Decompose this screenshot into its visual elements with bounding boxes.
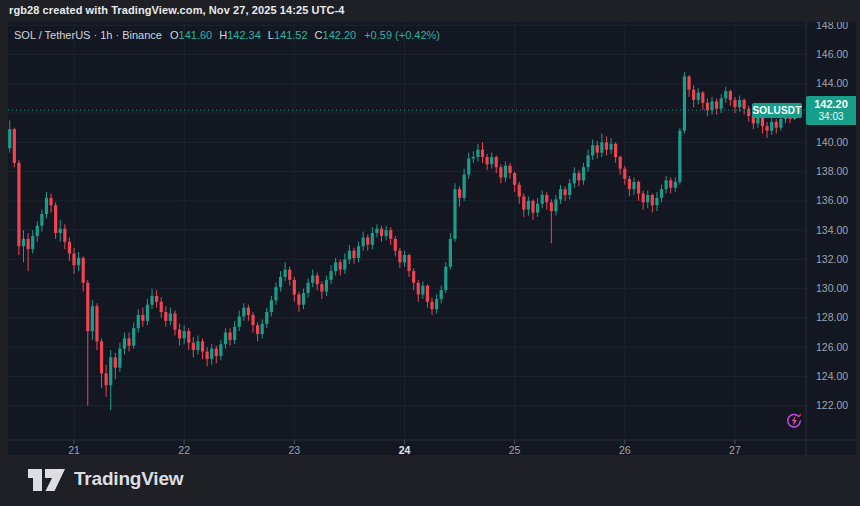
candle-body (651, 195, 654, 205)
ohlc-item: L141.52 (268, 29, 308, 41)
candlestick-chart[interactable] (8, 22, 856, 455)
time-axis-label: 24 (389, 444, 419, 455)
candle-body (59, 229, 62, 233)
candle-body (458, 189, 461, 198)
candle-body (472, 157, 475, 158)
price-axis-label: 128.00 (816, 311, 856, 324)
candle-body (724, 91, 727, 98)
candle-body (343, 259, 346, 269)
candle-body (490, 157, 493, 164)
price-axis-label: 134.00 (816, 224, 856, 237)
candle-body (687, 77, 690, 90)
candle-body (339, 262, 342, 269)
candle-body (105, 373, 108, 385)
candle-body (770, 122, 773, 131)
candle-body (265, 312, 268, 324)
candle-body (36, 226, 39, 236)
candle-body (146, 305, 149, 321)
candle-body (118, 349, 121, 368)
candle-body (743, 100, 746, 109)
candle-body (586, 156, 589, 168)
candle-body (481, 150, 484, 157)
candle-body (701, 93, 704, 103)
candle-body (210, 349, 213, 359)
symbol-price-flag[interactable]: SOLUSDT (752, 103, 802, 118)
candle-body (49, 198, 52, 205)
candle-body (541, 195, 544, 204)
candle-body (261, 324, 264, 334)
candle-body (637, 182, 640, 194)
candle-body (362, 237, 365, 246)
current-price-label: 142.20 34:03 (806, 96, 856, 125)
candle-body (761, 117, 764, 126)
candle-body (453, 189, 456, 239)
candle-body (316, 275, 319, 284)
candle-body (270, 300, 273, 312)
candle-body (398, 251, 401, 263)
candle-body (45, 198, 48, 214)
candle-body (577, 173, 580, 180)
candle-body (302, 293, 305, 305)
time-axis-label: 22 (169, 444, 199, 455)
candle-body (251, 315, 254, 325)
candle-body (449, 239, 452, 267)
candle-body (27, 239, 30, 249)
candle-body (421, 286, 424, 295)
attribution-text: rgb28 created with TradingView.com, Nov … (9, 4, 345, 19)
candle-body (178, 330, 181, 339)
candle-body (720, 98, 723, 108)
candle-body (114, 357, 117, 367)
candle-body (306, 283, 309, 293)
candle-body (513, 173, 516, 185)
candle-body (518, 185, 521, 197)
candle-body (729, 91, 732, 100)
chart-panel[interactable]: SOL / TetherUS · 1h · Binance O141.60H14… (8, 22, 856, 455)
candle-body (247, 308, 250, 315)
candle-body (348, 251, 351, 260)
tradingview-watermark[interactable]: TradingView (28, 464, 183, 494)
candle-body (183, 331, 186, 338)
candle-body (706, 103, 709, 110)
candle-body (559, 189, 562, 199)
candle-body (779, 119, 782, 128)
candle-body (72, 254, 75, 266)
candle-body (646, 195, 649, 202)
candle-body (164, 312, 167, 321)
candle-body (141, 315, 144, 321)
candle-body (238, 316, 241, 326)
price-axis-label: 130.00 (816, 282, 856, 295)
candle-body (86, 283, 89, 331)
candle-body (660, 189, 663, 198)
current-price-value: 142.20 (806, 98, 856, 111)
price-axis-label: 126.00 (816, 341, 856, 354)
candle-body (297, 294, 300, 304)
candle-body (13, 129, 16, 163)
candle-body (219, 344, 222, 356)
candle-body (284, 270, 287, 277)
candle-body (54, 205, 57, 233)
candle-body (155, 296, 158, 302)
candle-body (545, 195, 548, 202)
candle-body (573, 173, 576, 183)
candle-body (531, 201, 534, 213)
candle-body (91, 306, 94, 331)
candle-body (430, 302, 433, 309)
candle-body (279, 277, 282, 287)
candle-body (582, 167, 585, 180)
price-axis-label: 140.00 (816, 136, 856, 149)
candle-body (320, 284, 323, 291)
candle-body (738, 100, 741, 107)
candle-body (389, 230, 392, 239)
ohlc-item: C142.20 (315, 29, 357, 41)
candle-body (132, 328, 135, 346)
candle-body (403, 255, 406, 262)
candle-body (31, 236, 34, 249)
boost-icon[interactable] (785, 412, 803, 430)
candle-body (554, 199, 557, 211)
candle-body (137, 315, 140, 328)
candle-body (40, 214, 43, 226)
candle-body (385, 230, 388, 236)
price-axis-label: 136.00 (816, 194, 856, 207)
symbol-legend[interactable]: SOL / TetherUS · 1h · Binance O141.60H14… (14, 27, 440, 42)
candle-body (697, 93, 700, 100)
